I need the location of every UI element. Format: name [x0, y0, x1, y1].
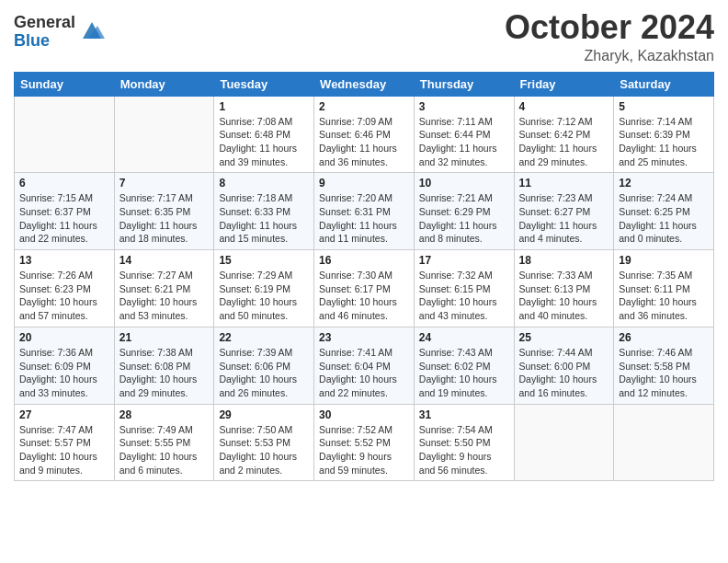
day-cell: 27Sunrise: 7:47 AMSunset: 5:57 PMDayligh…	[15, 404, 115, 481]
day-info: Sunrise: 7:24 AMSunset: 6:25 PMDaylight:…	[619, 191, 709, 246]
header-day-wednesday: Wednesday	[314, 72, 415, 96]
day-number: 19	[619, 254, 709, 267]
header-day-friday: Friday	[514, 72, 614, 96]
day-cell: 22Sunrise: 7:39 AMSunset: 6:06 PMDayligh…	[214, 327, 314, 404]
day-cell: 26Sunrise: 7:46 AMSunset: 5:58 PMDayligh…	[614, 327, 714, 404]
day-cell: 8Sunrise: 7:18 AMSunset: 6:33 PMDaylight…	[214, 173, 314, 250]
day-info: Sunrise: 7:54 AMSunset: 5:50 PMDaylight:…	[419, 423, 509, 477]
day-cell: 3Sunrise: 7:11 AMSunset: 6:44 PMDaylight…	[414, 96, 514, 173]
day-cell: 18Sunrise: 7:33 AMSunset: 6:13 PMDayligh…	[514, 250, 614, 327]
day-cell: 20Sunrise: 7:36 AMSunset: 6:09 PMDayligh…	[15, 327, 115, 404]
day-cell: 25Sunrise: 7:44 AMSunset: 6:00 PMDayligh…	[514, 327, 614, 404]
day-cell: 12Sunrise: 7:24 AMSunset: 6:25 PMDayligh…	[614, 173, 714, 250]
day-number: 6	[19, 177, 109, 190]
day-info: Sunrise: 7:26 AMSunset: 6:23 PMDaylight:…	[19, 269, 109, 323]
header: General Blue October 2024 Zharyk, Kazakh…	[14, 9, 714, 64]
day-info: Sunrise: 7:21 AMSunset: 6:29 PMDaylight:…	[419, 191, 509, 246]
day-cell: 11Sunrise: 7:23 AMSunset: 6:27 PMDayligh…	[514, 173, 614, 250]
day-number: 26	[619, 331, 709, 344]
day-cell	[15, 96, 115, 173]
day-cell: 28Sunrise: 7:49 AMSunset: 5:55 PMDayligh…	[114, 404, 214, 481]
day-info: Sunrise: 7:44 AMSunset: 6:00 PMDaylight:…	[519, 346, 609, 400]
day-info: Sunrise: 7:29 AMSunset: 6:19 PMDaylight:…	[219, 269, 309, 323]
day-number: 4	[519, 100, 609, 113]
location-title: Zharyk, Kazakhstan	[505, 48, 714, 64]
day-number: 18	[519, 254, 609, 267]
day-cell: 31Sunrise: 7:54 AMSunset: 5:50 PMDayligh…	[414, 404, 514, 481]
day-cell: 29Sunrise: 7:50 AMSunset: 5:53 PMDayligh…	[214, 404, 314, 481]
day-cell	[614, 404, 714, 481]
day-info: Sunrise: 7:33 AMSunset: 6:13 PMDaylight:…	[519, 269, 609, 323]
day-info: Sunrise: 7:49 AMSunset: 5:55 PMDaylight:…	[119, 423, 210, 477]
logo-general: General	[14, 14, 75, 32]
day-cell: 4Sunrise: 7:12 AMSunset: 6:42 PMDaylight…	[514, 96, 614, 173]
day-info: Sunrise: 7:38 AMSunset: 6:08 PMDaylight:…	[119, 346, 210, 400]
day-number: 12	[619, 177, 709, 190]
day-cell: 13Sunrise: 7:26 AMSunset: 6:23 PMDayligh…	[15, 250, 115, 327]
day-cell	[114, 96, 214, 173]
day-number: 11	[519, 177, 609, 190]
logo-blue: Blue	[14, 32, 75, 51]
header-row: SundayMondayTuesdayWednesdayThursdayFrid…	[15, 72, 714, 96]
title-block: October 2024 Zharyk, Kazakhstan	[505, 9, 714, 64]
day-cell: 19Sunrise: 7:35 AMSunset: 6:11 PMDayligh…	[614, 250, 714, 327]
day-number: 21	[119, 331, 210, 344]
week-row-4: 20Sunrise: 7:36 AMSunset: 6:09 PMDayligh…	[15, 327, 714, 404]
day-info: Sunrise: 7:14 AMSunset: 6:39 PMDaylight:…	[619, 115, 709, 169]
day-info: Sunrise: 7:43 AMSunset: 6:02 PMDaylight:…	[419, 346, 509, 400]
day-number: 13	[19, 254, 109, 267]
day-info: Sunrise: 7:47 AMSunset: 5:57 PMDaylight:…	[19, 423, 109, 477]
day-cell: 30Sunrise: 7:52 AMSunset: 5:52 PMDayligh…	[314, 404, 415, 481]
day-info: Sunrise: 7:15 AMSunset: 6:37 PMDaylight:…	[19, 191, 109, 246]
day-info: Sunrise: 7:08 AMSunset: 6:48 PMDaylight:…	[219, 115, 309, 169]
day-cell: 16Sunrise: 7:30 AMSunset: 6:17 PMDayligh…	[314, 250, 415, 327]
day-info: Sunrise: 7:52 AMSunset: 5:52 PMDaylight:…	[319, 423, 409, 477]
day-number: 24	[419, 331, 509, 344]
day-number: 14	[119, 254, 210, 267]
day-info: Sunrise: 7:11 AMSunset: 6:44 PMDaylight:…	[419, 115, 509, 169]
day-info: Sunrise: 7:23 AMSunset: 6:27 PMDaylight:…	[519, 191, 609, 246]
day-info: Sunrise: 7:20 AMSunset: 6:31 PMDaylight:…	[319, 191, 409, 246]
day-number: 7	[119, 177, 210, 190]
logo-text: General Blue	[14, 14, 75, 51]
week-row-5: 27Sunrise: 7:47 AMSunset: 5:57 PMDayligh…	[15, 404, 714, 481]
day-cell: 5Sunrise: 7:14 AMSunset: 6:39 PMDaylight…	[614, 96, 714, 173]
logo-icon	[79, 17, 105, 42]
day-number: 27	[19, 408, 109, 421]
month-title: October 2024	[505, 9, 714, 46]
day-number: 28	[119, 408, 210, 421]
day-cell: 1Sunrise: 7:08 AMSunset: 6:48 PMDaylight…	[214, 96, 314, 173]
week-row-3: 13Sunrise: 7:26 AMSunset: 6:23 PMDayligh…	[15, 250, 714, 327]
day-number: 17	[419, 254, 509, 267]
day-number: 10	[419, 177, 509, 190]
day-number: 5	[619, 100, 709, 113]
day-number: 3	[419, 100, 509, 113]
day-cell: 24Sunrise: 7:43 AMSunset: 6:02 PMDayligh…	[414, 327, 514, 404]
day-info: Sunrise: 7:41 AMSunset: 6:04 PMDaylight:…	[319, 346, 409, 400]
day-number: 29	[219, 408, 309, 421]
week-row-2: 6Sunrise: 7:15 AMSunset: 6:37 PMDaylight…	[15, 173, 714, 250]
day-number: 31	[419, 408, 509, 421]
day-cell: 7Sunrise: 7:17 AMSunset: 6:35 PMDaylight…	[114, 173, 214, 250]
day-number: 23	[319, 331, 409, 344]
day-cell: 10Sunrise: 7:21 AMSunset: 6:29 PMDayligh…	[414, 173, 514, 250]
day-number: 20	[19, 331, 109, 344]
day-cell: 15Sunrise: 7:29 AMSunset: 6:19 PMDayligh…	[214, 250, 314, 327]
week-row-1: 1Sunrise: 7:08 AMSunset: 6:48 PMDaylight…	[15, 96, 714, 173]
day-info: Sunrise: 7:12 AMSunset: 6:42 PMDaylight:…	[519, 115, 609, 169]
day-info: Sunrise: 7:50 AMSunset: 5:53 PMDaylight:…	[219, 423, 309, 477]
day-info: Sunrise: 7:35 AMSunset: 6:11 PMDaylight:…	[619, 269, 709, 323]
day-number: 2	[319, 100, 409, 113]
day-cell: 2Sunrise: 7:09 AMSunset: 6:46 PMDaylight…	[314, 96, 415, 173]
header-day-saturday: Saturday	[614, 72, 714, 96]
day-info: Sunrise: 7:30 AMSunset: 6:17 PMDaylight:…	[319, 269, 409, 323]
day-info: Sunrise: 7:18 AMSunset: 6:33 PMDaylight:…	[219, 191, 309, 246]
header-day-thursday: Thursday	[414, 72, 514, 96]
day-cell: 6Sunrise: 7:15 AMSunset: 6:37 PMDaylight…	[15, 173, 115, 250]
day-number: 15	[219, 254, 309, 267]
day-cell: 21Sunrise: 7:38 AMSunset: 6:08 PMDayligh…	[114, 327, 214, 404]
logo: General Blue	[14, 14, 105, 51]
day-info: Sunrise: 7:36 AMSunset: 6:09 PMDaylight:…	[19, 346, 109, 400]
header-day-tuesday: Tuesday	[214, 72, 314, 96]
day-info: Sunrise: 7:09 AMSunset: 6:46 PMDaylight:…	[319, 115, 409, 169]
